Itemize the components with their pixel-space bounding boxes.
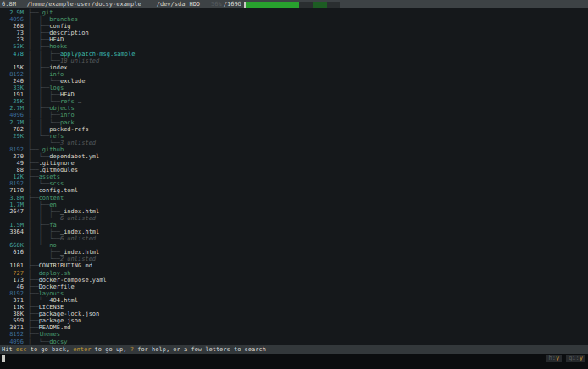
file-name: HEAD — [60, 91, 75, 98]
tree-row[interactable]: 1.7M│ ├──en — [0, 201, 588, 208]
tree-branch-lines: │ └── — [28, 133, 49, 140]
tree-row[interactable]: 1101├──CONTRIBUTING.md — [0, 262, 588, 269]
tree-row[interactable]: 11K├──LICENSE — [0, 304, 588, 311]
tree-row[interactable]: 599├──package.json — [0, 317, 588, 324]
file-size: 3.8M — [0, 195, 24, 201]
tree-row[interactable]: 46├──Dockerfile — [0, 284, 588, 290]
file-size: 599 — [0, 317, 24, 324]
tree-row[interactable]: 8192│ ├──info — [0, 71, 588, 78]
file-tree: 2.9M├──.git4096│ ├──branches268│ ├──conf… — [0, 9, 588, 345]
tree-row[interactable]: 4096│ │ ├──info — [0, 112, 588, 118]
tree-row[interactable]: 2.7M│ │ └──pack … — [0, 119, 588, 126]
file-size: 668K — [0, 242, 24, 249]
tree-row[interactable]: 270│ └──dependabot.yml — [0, 153, 588, 160]
tree-branch-lines: ├── — [28, 290, 39, 297]
tree-row[interactable]: 7170├──config.toml — [0, 187, 588, 194]
file-name: info — [49, 71, 64, 78]
tree-branch-lines: │ ├── — [28, 43, 49, 50]
tree-row[interactable]: 2.9M├──.git — [0, 9, 588, 16]
file-name: info — [60, 112, 75, 118]
tree-row[interactable]: │ │ └──6 unlisted — [0, 215, 588, 222]
status-key-hint: esc — [16, 346, 27, 353]
tree-row[interactable]: 73│ ├──description — [0, 30, 588, 36]
tree-branch-lines: │ └── — [28, 297, 49, 304]
file-name: pack — [60, 119, 75, 126]
file-name: themes — [39, 331, 60, 338]
flag-value: y — [556, 355, 559, 361]
tree-row[interactable]: 29K│ └──refs — [0, 133, 588, 140]
tree-row[interactable]: 33K│ ├──logs — [0, 85, 588, 91]
file-name: _index.html — [60, 229, 99, 235]
file-size: 616 — [0, 249, 24, 256]
file-size: 73 — [0, 30, 24, 36]
tree-branch-lines: ├── — [28, 187, 39, 194]
tree-row[interactable]: │ └──3 unlisted — [0, 140, 588, 146]
tree-branch-lines: ├── — [28, 195, 39, 201]
tree-row[interactable]: 727├──deploy.sh — [0, 270, 588, 277]
tree-row[interactable]: 1.5M│ ├──fa — [0, 222, 588, 229]
tree-row[interactable]: 191│ │ ├──HEAD — [0, 91, 588, 98]
truncated-ellipsis: … — [75, 98, 81, 105]
tree-row[interactable]: 88├──.gitmodules — [0, 167, 588, 173]
file-size: 8192 — [0, 71, 24, 78]
file-name: 10 unlisted — [60, 58, 99, 64]
tree-row[interactable]: 23│ ├──HEAD — [0, 36, 588, 43]
tree-branch-lines: │ └── — [28, 339, 49, 345]
status-key-hint: enter — [73, 346, 91, 353]
truncated-ellipsis: … — [75, 119, 81, 126]
tree-branch-lines: ├── — [28, 304, 39, 311]
tree-row[interactable]: │ │ └──6 unlisted — [0, 235, 588, 242]
tree-row[interactable]: 8192├──.github — [0, 146, 588, 153]
status-text: to go back, — [27, 346, 74, 353]
tree-row[interactable]: 173├──docker-compose.yaml — [0, 277, 588, 284]
disk-type-label: HDD — [189, 0, 200, 8]
disk-usage-bar — [244, 2, 340, 8]
tree-row[interactable]: 38K├──package-lock.json — [0, 311, 588, 317]
tree-row[interactable]: 782│ ├──packed-refs — [0, 126, 588, 133]
tree-branch-lines: │ │ └── — [28, 58, 60, 64]
tree-row[interactable]: │ │ └──10 unlisted — [0, 58, 588, 64]
disk-used-percent: 56% — [211, 0, 222, 8]
tree-row[interactable]: 8192├──themes — [0, 331, 588, 338]
tree-row[interactable]: 49├──.gitignore — [0, 160, 588, 167]
tree-row[interactable]: 53K│ ├──hooks — [0, 43, 588, 50]
file-size: 2647 — [0, 208, 24, 215]
tree-row[interactable]: 8192├──layouts — [0, 290, 588, 297]
file-name: packed-refs — [49, 126, 88, 133]
tree-row[interactable]: 4096│ ├──branches — [0, 16, 588, 23]
file-name: config.toml — [39, 187, 78, 194]
tree-row[interactable]: 8192│ └──scss … — [0, 180, 588, 187]
status-bar: Hit esc to go back, enter to go up, ? fo… — [0, 345, 588, 354]
tree-row[interactable]: 3871├──README.md — [0, 324, 588, 331]
file-name: CONTRIBUTING.md — [39, 262, 92, 269]
file-name: Dockerfile — [39, 284, 75, 290]
disk-bar-fill — [246, 2, 299, 8]
tree-row[interactable]: 3364│ │ ├──_index.html — [0, 229, 588, 235]
file-size: 46 — [0, 284, 24, 290]
tree-branch-lines: │ └── — [28, 242, 49, 249]
file-name: package-lock.json — [39, 311, 100, 317]
file-name: 6 unlisted — [60, 235, 96, 242]
file-name: 6 unlisted — [60, 215, 96, 222]
tree-row[interactable]: 4096│ └──docsy — [0, 339, 588, 345]
tree-row[interactable]: 240│ │ └──exclude — [0, 78, 588, 85]
file-size: 29K — [0, 133, 24, 140]
file-name: content — [39, 195, 64, 201]
file-name: index — [49, 64, 67, 71]
file-size: 1.5M — [0, 222, 24, 229]
tree-row[interactable]: 3.8M├──content — [0, 195, 588, 201]
tree-row[interactable]: 2647│ │ ├──_index.html — [0, 208, 588, 215]
tree-branch-lines: │ │ └── — [28, 78, 60, 85]
tree-row[interactable]: 371│ └──404.html — [0, 297, 588, 304]
tree-row[interactable]: 15K│ ├──index — [0, 64, 588, 71]
broot-terminal: 6.8M /home/example-user/docsy-example /d… — [0, 0, 588, 369]
tree-row[interactable]: 2.7M│ ├──objects — [0, 105, 588, 112]
tree-branch-lines: │ │ └── — [28, 215, 60, 222]
tree-row[interactable]: 25K│ │ └──refs … — [0, 98, 588, 105]
tree-branch-lines: │ └── — [28, 140, 60, 146]
search-input[interactable]: h:ygi:y — [0, 354, 588, 369]
tree-row[interactable]: 478│ │ ├──applypatch-msg.sample — [0, 51, 588, 58]
file-size: 33K — [0, 85, 24, 91]
tree-row[interactable]: 12K├──assets — [0, 173, 588, 180]
file-size: 8192 — [0, 180, 24, 187]
